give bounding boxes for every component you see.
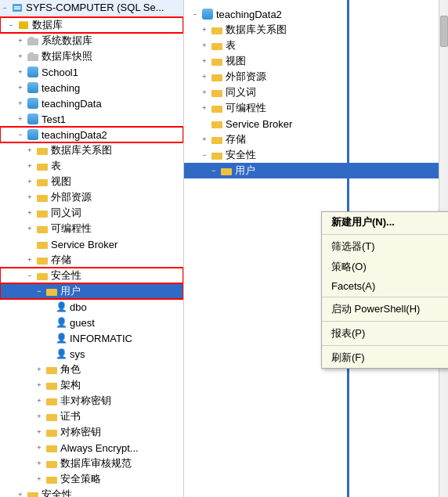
main-container: − SYFS-COMPUTER (SQL Se... − 数据库 bbox=[0, 0, 448, 497]
guest-node[interactable]: 👤 guest bbox=[0, 315, 183, 330]
view-node[interactable]: + 视图 bbox=[0, 174, 183, 189]
certificate-node[interactable]: + 证书 bbox=[0, 409, 183, 424]
sys-db-icon bbox=[27, 34, 39, 47]
service-broker-left-node[interactable]: Service Broker bbox=[0, 236, 183, 252]
service-broker-left-icon bbox=[36, 238, 49, 250]
table-node[interactable]: + 表 bbox=[0, 158, 183, 174]
databases-node[interactable]: − 数据库 bbox=[0, 17, 183, 33]
context-filter-label: 筛选器(T) bbox=[331, 239, 375, 254]
security-policy-node[interactable]: + 安全策略 bbox=[0, 471, 183, 487]
db-diagram-node[interactable]: + 数据库关系图 bbox=[0, 142, 183, 158]
svg-rect-19 bbox=[46, 367, 57, 374]
table-icon bbox=[36, 160, 49, 172]
context-filter[interactable]: 筛选器(T) ▶ bbox=[322, 236, 448, 257]
right-view[interactable]: + 视图 bbox=[184, 53, 448, 69]
scrollbar-thumb[interactable] bbox=[440, 16, 448, 47]
symmetric-key-label: 对称密钥 bbox=[60, 425, 101, 439]
teaching-data-node[interactable]: + teachingData bbox=[0, 95, 183, 111]
server-header[interactable]: − SYFS-COMPUTER (SQL Se... bbox=[0, 0, 183, 16]
right-db-diagram[interactable]: + 数据库关系图 bbox=[184, 22, 448, 38]
dbo-expand bbox=[44, 302, 53, 312]
informatic-node[interactable]: 👤 INFORMATIC bbox=[0, 330, 183, 346]
roles-node[interactable]: + 角色 bbox=[0, 362, 183, 377]
svg-rect-34 bbox=[211, 121, 222, 128]
teaching-node[interactable]: + teaching bbox=[0, 80, 183, 95]
context-new-user[interactable]: 新建用户(N)... bbox=[322, 212, 448, 232]
right-storage[interactable]: + 存储 bbox=[184, 131, 448, 147]
synonym-node[interactable]: + 同义词 bbox=[0, 205, 183, 221]
storage-expand: + bbox=[25, 255, 34, 265]
roles-expand: + bbox=[34, 365, 44, 374]
users-label: 用户 bbox=[60, 284, 81, 298]
always-encrypt-icon bbox=[45, 441, 58, 454]
dbo-icon: 👤 bbox=[55, 301, 67, 313]
server-expand-icon: − bbox=[0, 3, 9, 13]
svg-rect-28 bbox=[211, 27, 222, 34]
right-storage-label: 存储 bbox=[226, 132, 246, 146]
context-report[interactable]: 报表(P) ▶ bbox=[322, 323, 448, 344]
context-powershell-label: 启动 PowerShell(H) bbox=[331, 302, 420, 316]
security-policy-label: 安全策略 bbox=[60, 472, 101, 486]
school1-expand: + bbox=[16, 67, 25, 77]
svg-rect-10 bbox=[37, 164, 48, 171]
teaching-data-label: teachingData bbox=[42, 98, 102, 110]
right-security[interactable]: − 安全性 bbox=[184, 147, 448, 163]
symmetric-key-node[interactable]: + 对称密钥 bbox=[0, 424, 183, 440]
certificate-expand: + bbox=[34, 412, 44, 421]
schema-expand: + bbox=[34, 380, 44, 390]
external-resource-label: 外部资源 bbox=[51, 190, 92, 204]
test1-expand: + bbox=[16, 114, 25, 124]
security-node[interactable]: − 安全性 bbox=[0, 268, 183, 283]
always-encrypt-node[interactable]: + Always Encrypt... bbox=[0, 440, 183, 456]
context-new-user-label: 新建用户(N)... bbox=[331, 215, 395, 229]
svg-rect-24 bbox=[46, 445, 57, 452]
db-snapshot-node[interactable]: + 数据库快照 bbox=[0, 49, 183, 64]
right-users-label: 用户 bbox=[235, 164, 255, 178]
right-db-header[interactable]: − teachingData2 bbox=[184, 6, 448, 22]
right-view-label: 视图 bbox=[226, 54, 246, 68]
teaching-data2-expand: − bbox=[16, 130, 25, 139]
databases-expand: − bbox=[6, 20, 16, 30]
informatic-icon: 👤 bbox=[55, 332, 67, 344]
svg-rect-17 bbox=[37, 273, 48, 280]
teaching-data2-icon bbox=[27, 128, 39, 141]
right-programmability-label: 可编程性 bbox=[226, 101, 266, 115]
dbo-node[interactable]: 👤 dbo bbox=[0, 299, 183, 315]
right-users[interactable]: − 用户 bbox=[184, 163, 448, 178]
audit-spec-node[interactable]: + 数据库审核规范 bbox=[0, 456, 183, 471]
context-facets[interactable]: Facets(A) bbox=[322, 277, 448, 295]
storage-label: 存储 bbox=[51, 253, 71, 267]
context-policy[interactable]: 策略(O) ▶ bbox=[322, 257, 448, 277]
school1-node[interactable]: + School1 bbox=[0, 64, 183, 80]
sys-expand bbox=[44, 349, 53, 358]
roles-label: 角色 bbox=[60, 362, 81, 376]
teaching-data-expand: + bbox=[16, 99, 25, 108]
svg-rect-33 bbox=[211, 106, 222, 113]
test1-node[interactable]: + Test1 bbox=[0, 111, 183, 127]
context-powershell[interactable]: 启动 PowerShell(H) bbox=[322, 299, 448, 319]
storage-node[interactable]: + 存储 bbox=[0, 252, 183, 268]
external-resource-node[interactable]: + 外部资源 bbox=[0, 189, 183, 205]
right-programmability[interactable]: + 可编程性 bbox=[184, 100, 448, 116]
programmability-node[interactable]: + 可编程性 bbox=[0, 221, 183, 236]
guest-icon: 👤 bbox=[55, 316, 67, 329]
users-node[interactable]: − 用户 bbox=[0, 283, 183, 299]
table-expand: + bbox=[25, 161, 34, 171]
context-facets-label: Facets(A) bbox=[331, 280, 375, 292]
right-external[interactable]: + 外部资源 bbox=[184, 69, 448, 85]
programmability-label: 可编程性 bbox=[51, 221, 92, 236]
audit-spec-expand: + bbox=[34, 459, 44, 468]
asymmetric-key-node[interactable]: + 非对称密钥 bbox=[0, 393, 183, 409]
right-synonym[interactable]: + 同义词 bbox=[184, 85, 448, 100]
root-security-node[interactable]: + 安全性 bbox=[0, 487, 183, 497]
right-service-broker[interactable]: Service Broker bbox=[184, 116, 448, 131]
teaching-data2-node[interactable]: − teachingData2 bbox=[0, 127, 183, 142]
sys-node[interactable]: 👤 sys bbox=[0, 346, 183, 362]
svg-rect-35 bbox=[211, 137, 222, 144]
schema-node[interactable]: + 架构 bbox=[0, 377, 183, 393]
context-separator-2 bbox=[322, 297, 448, 297]
right-table[interactable]: + 表 bbox=[184, 38, 448, 53]
sys-db-node[interactable]: + 系统数据库 bbox=[0, 33, 183, 49]
context-refresh[interactable]: 刷新(F) bbox=[322, 348, 448, 368]
users-icon bbox=[45, 285, 58, 297]
